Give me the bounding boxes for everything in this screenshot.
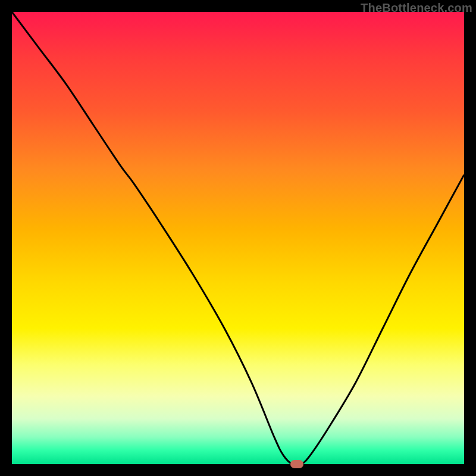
bottleneck-marker: [290, 460, 303, 468]
bottleneck-curve: [12, 12, 464, 465]
chart-container: TheBottleneck.com: [0, 0, 476, 476]
curve-svg: [12, 12, 464, 464]
plot-area: [12, 12, 464, 464]
